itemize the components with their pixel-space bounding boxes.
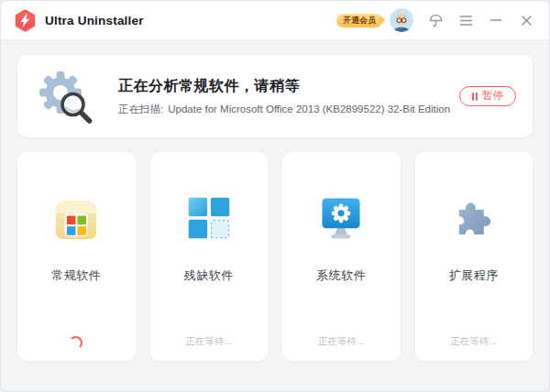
umbrella-icon[interactable] [427, 12, 444, 28]
system-monitor-gear-icon [315, 192, 367, 244]
card-label: 系统软件 [316, 267, 366, 284]
ultra-uninstaller-window: Ultra Uninstaller 开通会员 [0, 0, 550, 392]
broken-squares-icon [183, 192, 235, 244]
card-extensions[interactable]: 扩展程序 正在等待... [415, 152, 534, 361]
card-label: 常规软件 [51, 267, 101, 284]
scan-detail-line: 正在扫描:Update for Microsoft Office 2013 (K… [118, 103, 450, 116]
card-label: 扩展程序 [449, 267, 499, 284]
pause-button[interactable]: 暂停 [459, 86, 517, 106]
user-avatar[interactable] [390, 8, 413, 32]
vip-upgrade-button[interactable]: 开通会员 [336, 14, 382, 27]
pause-icon [472, 93, 478, 101]
close-icon[interactable] [518, 12, 534, 28]
scan-status-title: 正在分析常规软件，请稍等 [118, 77, 450, 96]
card-status: 正在等待... [415, 335, 534, 348]
card-regular-software[interactable]: 常规软件 [17, 152, 136, 361]
app-title: Ultra Uninstaller [45, 14, 144, 27]
scanning-spinner [69, 336, 82, 350]
banner-text-block: 正在分析常规软件，请稍等 正在扫描:Update for Microsoft O… [118, 77, 450, 116]
titlebar: Ultra Uninstaller 开通会员 [1, 1, 549, 40]
software-package-icon [50, 192, 102, 244]
hamburger-menu-icon[interactable] [457, 12, 474, 28]
card-broken-software[interactable]: 残缺软件 正在等待... [150, 152, 269, 361]
vip-button-tail [378, 16, 385, 24]
minimize-icon[interactable] [488, 12, 504, 28]
gear-magnifier-scan-icon [36, 68, 96, 125]
scan-target-text: Update for Microsoft Office 2013 (KB2899… [168, 103, 450, 114]
vip-button-label: 开通会员 [343, 16, 376, 25]
card-status: 正在等待... [282, 335, 401, 348]
card-system-software[interactable]: 系统软件 正在等待... [282, 152, 401, 361]
scan-progress-banner: 正在分析常规软件，请稍等 正在扫描:Update for Microsoft O… [17, 55, 533, 137]
scan-prefix-label: 正在扫描: [118, 103, 163, 114]
card-status: 正在等待... [150, 335, 269, 348]
category-cards: 常规软件 残缺软件 正在等待... [17, 152, 533, 361]
pause-button-label: 暂停 [482, 91, 503, 102]
app-logo-lightning-icon [14, 9, 37, 32]
card-label: 残缺软件 [184, 267, 234, 284]
puzzle-piece-icon [448, 192, 500, 244]
